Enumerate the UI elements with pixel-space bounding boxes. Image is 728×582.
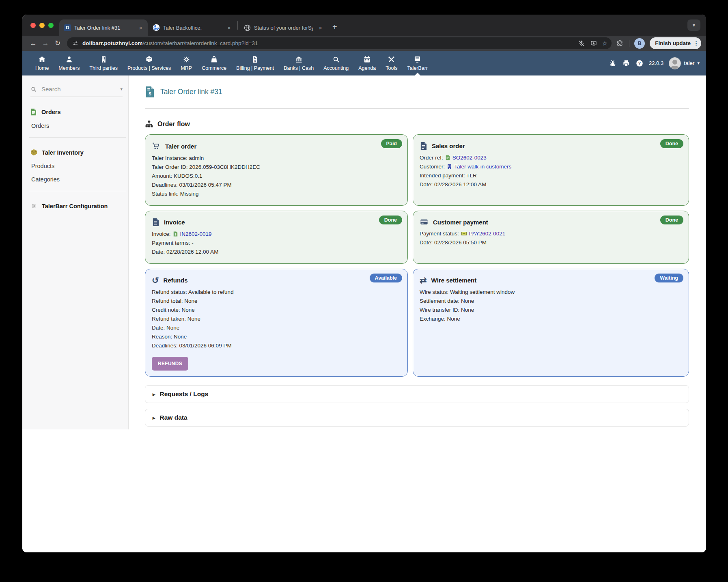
sidebar-divider — [29, 191, 126, 191]
accordion-raw-data[interactable]: ▸ Raw data — [145, 409, 689, 427]
mic-blocked-icon[interactable] — [578, 40, 585, 47]
nav-agenda[interactable]: Agenda — [353, 51, 381, 75]
tab-order-status[interactable]: Status of your order forSync × — [239, 19, 327, 36]
new-tab-button[interactable]: + — [327, 22, 342, 36]
profile-avatar[interactable]: B — [634, 38, 645, 49]
card-line: Payment status: PAY2602-0021 — [420, 231, 682, 237]
credit-card-icon — [420, 218, 429, 226]
tab-strip: D Taler Order link #31 × Taler Backoffic… — [22, 15, 706, 36]
nav-home[interactable]: Home — [30, 51, 54, 75]
tab-search-button[interactable]: ▾ — [687, 19, 700, 31]
status-badge: Waiting — [655, 274, 683, 282]
back-button[interactable]: ← — [27, 39, 39, 47]
undo-arrow-icon: ↺ — [152, 276, 159, 285]
nav-mrp[interactable]: MRP — [176, 51, 197, 75]
main-content: $ Taler Order link #31 Order flow Taler … — [129, 75, 706, 552]
close-tab-icon[interactable]: × — [317, 25, 324, 31]
sidebar-search[interactable]: ▾ — [30, 85, 123, 97]
tab-taler-backoffice[interactable]: Taler Backoffice: × — [148, 19, 236, 36]
sidebar-item-products[interactable]: Products — [31, 163, 123, 169]
accordion-requests-logs[interactable]: ▸ Requests / Logs — [145, 385, 689, 403]
card-line: Date: 02/28/2026 12:00 AM — [152, 249, 401, 255]
card-line: Payment terms: - — [152, 240, 401, 246]
sidebar-section-talerbarr-configuration[interactable]: TalerBarr Configuration — [30, 203, 123, 209]
sidebar-divider — [29, 137, 126, 138]
site-settings-icon[interactable] — [72, 40, 79, 47]
maximize-window-button[interactable] — [48, 23, 54, 28]
card-line: Date: 02/28/2026 05:50 PM — [420, 239, 682, 246]
reload-button[interactable]: ↻ — [52, 39, 64, 47]
sidebar-item-categories[interactable]: Categories — [31, 176, 123, 183]
bill-icon: $ — [251, 55, 259, 64]
card-line: Date: None — [152, 325, 401, 331]
finish-update-button[interactable]: Finish update ⋮ — [650, 37, 701, 49]
browser-menu-icon[interactable]: ⋮ — [694, 40, 699, 46]
nav-tools[interactable]: Tools — [381, 51, 402, 75]
status-badge: Available — [370, 274, 402, 282]
globe-icon — [244, 24, 251, 31]
card-line: Deadlines: 03/01/2026 06:09 PM — [152, 343, 401, 349]
card-line: Exchange: None — [420, 316, 682, 322]
bookmark-star-icon[interactable]: ☆ — [602, 40, 607, 47]
nav-billing-payment[interactable]: $ Billing | Payment — [231, 51, 279, 75]
card-line: Date: 02/28/2026 12:00 AM — [420, 181, 682, 188]
nav-accounting[interactable]: Accounting — [319, 51, 353, 75]
browser-window: D Taler Order link #31 × Taler Backoffic… — [22, 15, 706, 552]
sales-doc-icon — [420, 142, 427, 150]
cube-icon — [145, 55, 153, 64]
card-line: Reason: None — [152, 334, 401, 340]
minimize-window-button[interactable] — [39, 23, 45, 28]
app-version: 22.0.3 — [649, 60, 663, 66]
sidebar-item-orders[interactable]: Orders — [31, 123, 123, 129]
install-app-icon[interactable] — [590, 40, 597, 47]
nav-members[interactable]: Members — [54, 51, 84, 75]
nav-third-parties[interactable]: Third parties — [84, 51, 122, 75]
gear-icon — [182, 55, 191, 64]
card-line: Taler Order ID: 2026.059-03C8HK2DDH2EC — [152, 164, 401, 170]
card-line: Refund taken: None — [152, 316, 401, 322]
user-menu[interactable]: taler ▾ — [669, 57, 700, 69]
sidebar-section-orders[interactable]: Orders — [30, 108, 123, 116]
card-customer-payment: Customer payment Done Payment status: PA… — [413, 211, 689, 264]
card-line: Refund status: Available to refund — [152, 289, 401, 295]
sidebar-section-taler-inventory[interactable]: Taler Inventory — [30, 149, 123, 156]
card-title-row: ↺ Refunds — [152, 276, 401, 285]
nav-talerbarr[interactable]: TalerBarr — [402, 51, 433, 75]
card-title-row: ⇄ Wire settlement — [420, 276, 682, 285]
nav-banks-cash[interactable]: Banks | Cash — [279, 51, 319, 75]
window-controls — [27, 23, 59, 28]
card-line: Wire status: Waiting settlement window — [420, 289, 682, 295]
extensions-puzzle-icon[interactable] — [616, 39, 624, 47]
refunds-button[interactable]: REFUNDS — [152, 357, 188, 371]
invoice-ref-link[interactable]: IN2602-0019 — [180, 231, 212, 237]
briefcase-icon — [210, 55, 218, 64]
status-badge: Done — [379, 216, 402, 224]
mini-money-icon — [461, 231, 467, 236]
help-icon[interactable]: ? — [635, 59, 644, 67]
close-window-button[interactable] — [30, 23, 36, 28]
mini-doc-green-icon — [446, 155, 450, 160]
search-input[interactable] — [41, 85, 116, 93]
bug-icon[interactable] — [609, 59, 617, 67]
chevron-down-icon: ▾ — [697, 60, 700, 66]
card-line: Order ref: SO2602-0023 — [420, 155, 682, 161]
print-icon[interactable] — [622, 59, 630, 67]
tab-title: Taler Order link #31 — [74, 25, 134, 31]
payment-ref-link[interactable]: PAY2602-0021 — [469, 231, 506, 237]
forward-button[interactable]: → — [39, 39, 52, 47]
card-refunds: ↺ Refunds Available Refund status: Avail… — [145, 269, 408, 377]
close-tab-icon[interactable]: × — [225, 25, 233, 31]
card-line: Refund total: None — [152, 298, 401, 304]
toolbar-separator — [629, 40, 629, 47]
svg-text:$: $ — [149, 91, 151, 96]
close-tab-icon[interactable]: × — [137, 25, 144, 31]
url-text: dolibarr.potuzhnyi.com/custom/talerbarr/… — [82, 40, 574, 46]
nav-products-services[interactable]: Products | Services — [123, 51, 176, 75]
sales-order-ref-link[interactable]: SO2602-0023 — [452, 155, 487, 161]
nav-commerce[interactable]: Commerce — [197, 51, 231, 75]
search-dropdown-caret-icon[interactable]: ▾ — [120, 86, 123, 92]
tab-taler-order-link[interactable]: D Taler Order link #31 × — [59, 19, 148, 36]
customer-link[interactable]: Taler walk-in customers — [454, 164, 511, 170]
address-bar[interactable]: dolibarr.potuzhnyi.com/custom/talerbarr/… — [67, 37, 612, 49]
bottom-divider — [145, 439, 689, 439]
